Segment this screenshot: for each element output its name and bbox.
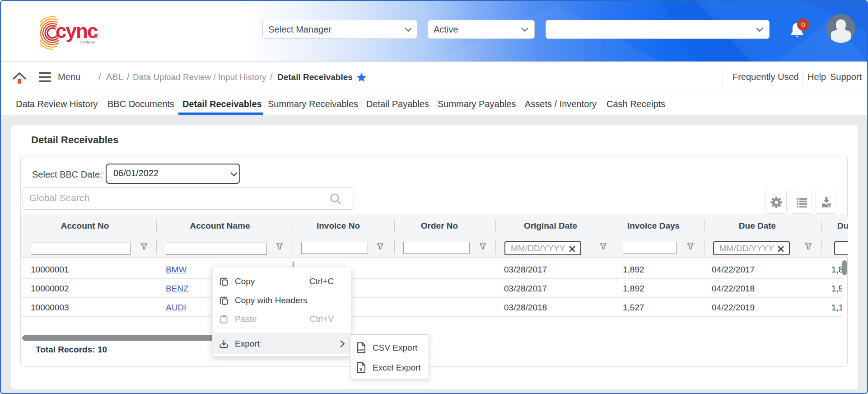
svg-text:CSV: CSV xyxy=(358,348,364,352)
svg-text:®: ® xyxy=(95,35,99,40)
svg-text:x: x xyxy=(359,366,363,372)
svg-text:It's Smart: It's Smart xyxy=(80,40,96,44)
svg-text:cync: cync xyxy=(56,20,98,42)
